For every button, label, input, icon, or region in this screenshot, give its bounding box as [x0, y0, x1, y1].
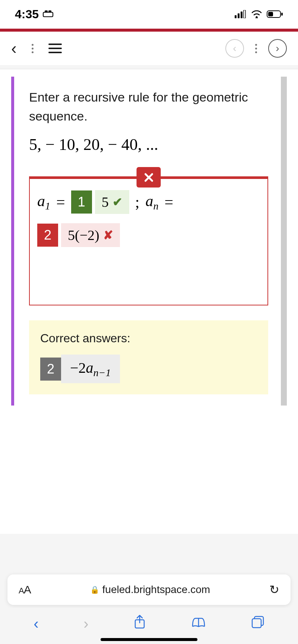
status-right [235, 7, 283, 21]
semicolon: ; [135, 193, 140, 211]
equals-sign-2: = [164, 193, 173, 211]
correct-value: −2an−1 [61, 355, 120, 383]
svg-point-7 [256, 16, 258, 18]
carplay-icon [42, 7, 55, 21]
status-left: 4:35 [15, 7, 55, 21]
svg-rect-3 [235, 15, 237, 18]
cross-icon: ✘ [103, 228, 113, 242]
blank-1-value: 5 [102, 194, 109, 210]
signal-icon [235, 7, 247, 21]
more-vertical-icon[interactable] [32, 44, 34, 53]
incorrect-badge [137, 167, 161, 188]
equals-sign: = [56, 193, 65, 211]
content-area: Enter a recursive rule for the geometric… [0, 69, 298, 534]
correct-answers-title: Correct answers: [40, 331, 257, 345]
menu-icon[interactable] [48, 44, 62, 53]
correct-answers-panel: Correct answers: 2 −2an−1 [29, 320, 268, 394]
answer-box: a1 = 1 5 ✔ ; an = 2 5(−2) ✘ [29, 176, 268, 305]
back-button[interactable]: ‹ [11, 39, 17, 58]
browser-forward-button[interactable]: › [83, 615, 88, 632]
correct-answer-item: 2 −2an−1 [40, 355, 120, 383]
question-block: Enter a recursive rule for the geometric… [11, 77, 287, 406]
check-icon: ✔ [112, 195, 123, 209]
scrollbar[interactable] [281, 77, 287, 406]
answer-row-2: 2 5(−2) ✘ [37, 223, 260, 247]
lock-icon: 🔒 [90, 585, 99, 594]
bookmarks-button[interactable] [191, 615, 206, 632]
svg-rect-5 [241, 12, 242, 18]
app-nav-bar: ‹ ‹ › [0, 32, 298, 65]
battery-icon [267, 7, 283, 21]
blank-2-value: 5(−2) [68, 227, 99, 243]
answer-row-1: a1 = 1 5 ✔ ; an = [37, 190, 260, 214]
next-question-button[interactable]: › [268, 39, 287, 58]
more-vertical-icon-2[interactable] [255, 44, 257, 53]
home-indicator[interactable] [101, 638, 197, 641]
reload-button[interactable]: ↻ [269, 583, 279, 597]
svg-rect-0 [43, 12, 53, 17]
status-time: 4:35 [15, 7, 39, 21]
blank-2-number: 2 [37, 224, 58, 247]
an-variable: an [145, 192, 158, 212]
browser-back-button[interactable]: ‹ [34, 615, 38, 632]
accent-bar [0, 29, 298, 32]
browser-address-bar[interactable]: AA 🔒 fueled.brightspace.com ↻ [7, 574, 291, 605]
text-size-button[interactable]: AA [19, 583, 31, 596]
url-text: fueled.brightspace.com [102, 584, 210, 596]
wifi-icon [251, 7, 262, 21]
svg-rect-1 [45, 10, 48, 12]
correct-blank-number: 2 [40, 358, 61, 381]
status-bar: 4:35 [0, 0, 298, 29]
prev-question-button[interactable]: ‹ [225, 39, 244, 58]
svg-rect-13 [252, 619, 261, 628]
svg-rect-10 [281, 13, 283, 16]
svg-rect-2 [48, 10, 51, 12]
blank-1-number: 1 [71, 190, 92, 214]
share-button[interactable] [133, 615, 146, 633]
url-display[interactable]: 🔒 fueled.brightspace.com [90, 584, 210, 596]
sequence-display: 5, − 10, 20, − 40, ... [29, 135, 279, 154]
blank-1-answer[interactable]: 5 ✔ [95, 190, 129, 214]
svg-rect-6 [244, 10, 245, 18]
tabs-button[interactable] [251, 615, 264, 632]
svg-rect-9 [268, 12, 273, 16]
question-prompt: Enter a recursive rule for the geometric… [29, 88, 279, 126]
svg-rect-4 [238, 13, 240, 18]
a1-variable: a1 [37, 192, 50, 212]
blank-2-answer[interactable]: 5(−2) ✘ [61, 223, 120, 247]
